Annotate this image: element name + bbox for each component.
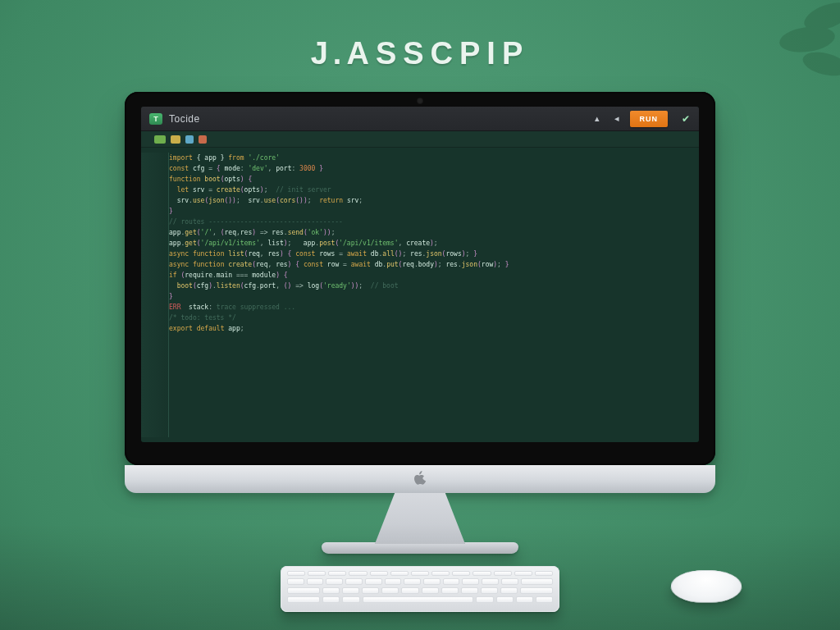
key-row: [287, 571, 553, 576]
app-bar: T Tocide ▴ ◂ RUN ✔: [141, 107, 699, 131]
key-space[interactable]: [363, 596, 474, 603]
key[interactable]: [349, 571, 367, 576]
key[interactable]: [345, 578, 363, 585]
monitor-base: [322, 542, 518, 554]
camera-icon: [417, 98, 423, 104]
key[interactable]: [481, 587, 498, 594]
key[interactable]: [521, 578, 553, 585]
key[interactable]: [287, 578, 304, 585]
key[interactable]: [381, 587, 399, 594]
toolchip-icon[interactable]: [171, 135, 180, 144]
key[interactable]: [535, 571, 553, 576]
run-button[interactable]: RUN: [630, 111, 669, 127]
check-icon[interactable]: ✔: [679, 112, 692, 126]
hero-prefix: J.: [311, 36, 347, 71]
key[interactable]: [461, 587, 478, 594]
key[interactable]: [476, 596, 493, 603]
code-editor[interactable]: import { app } from './core'const cfg = …: [141, 148, 699, 442]
svg-point-0: [801, 0, 840, 35]
key[interactable]: [516, 596, 533, 603]
key[interactable]: [362, 587, 379, 594]
key-row: [287, 596, 553, 603]
key[interactable]: [342, 596, 359, 603]
key-row: [287, 578, 553, 585]
monitor: T Tocide ▴ ◂ RUN ✔ import { app } from '…: [125, 92, 715, 554]
key[interactable]: [287, 587, 320, 594]
hero-title: J.ASSCPIP: [0, 36, 840, 71]
toolchip-icon[interactable]: [154, 135, 166, 144]
keyboard[interactable]: [281, 566, 559, 612]
key[interactable]: [452, 571, 470, 576]
key[interactable]: [307, 578, 324, 585]
app-title: Tocide: [169, 113, 200, 125]
tag-icon[interactable]: ◂: [610, 112, 623, 126]
monitor-bezel: T Tocide ▴ ◂ RUN ✔ import { app } from '…: [125, 92, 715, 465]
key[interactable]: [482, 578, 499, 585]
key[interactable]: [401, 587, 418, 594]
key[interactable]: [370, 571, 388, 576]
tool-strip: [141, 131, 699, 148]
apple-logo-icon: [413, 471, 427, 486]
key[interactable]: [322, 587, 340, 594]
key[interactable]: [287, 596, 320, 603]
app-logo-icon: T: [149, 113, 162, 125]
key[interactable]: [411, 571, 429, 576]
key[interactable]: [342, 587, 359, 594]
toolchip-icon[interactable]: [185, 135, 194, 144]
screen: T Tocide ▴ ◂ RUN ✔ import { app } from '…: [141, 107, 699, 442]
key[interactable]: [385, 578, 402, 585]
key[interactable]: [328, 571, 346, 576]
key[interactable]: [326, 578, 343, 585]
key[interactable]: [514, 571, 532, 576]
key[interactable]: [287, 571, 305, 576]
key[interactable]: [501, 578, 518, 585]
monitor-chin: [125, 465, 715, 493]
key[interactable]: [536, 596, 553, 603]
key[interactable]: [308, 571, 326, 576]
mouse[interactable]: [669, 570, 743, 602]
key[interactable]: [472, 571, 491, 576]
key[interactable]: [390, 571, 409, 576]
toolchip-icon[interactable]: [199, 135, 207, 144]
key[interactable]: [423, 578, 441, 585]
key[interactable]: [443, 578, 460, 585]
key[interactable]: [365, 578, 382, 585]
key-row: [287, 587, 553, 594]
key[interactable]: [431, 571, 450, 576]
key[interactable]: [494, 571, 512, 576]
code-lines: import { app } from './core'const cfg = …: [169, 153, 519, 437]
key[interactable]: [520, 587, 553, 594]
key[interactable]: [496, 596, 514, 603]
caret-up-icon[interactable]: ▴: [591, 112, 604, 126]
monitor-stand: [375, 493, 465, 544]
line-gutter: [141, 153, 169, 437]
key[interactable]: [322, 596, 340, 603]
key[interactable]: [422, 587, 439, 594]
key[interactable]: [462, 578, 479, 585]
key[interactable]: [404, 578, 421, 585]
key[interactable]: [500, 587, 518, 594]
key[interactable]: [441, 587, 459, 594]
hero-word: ASSCPIP: [346, 36, 529, 71]
